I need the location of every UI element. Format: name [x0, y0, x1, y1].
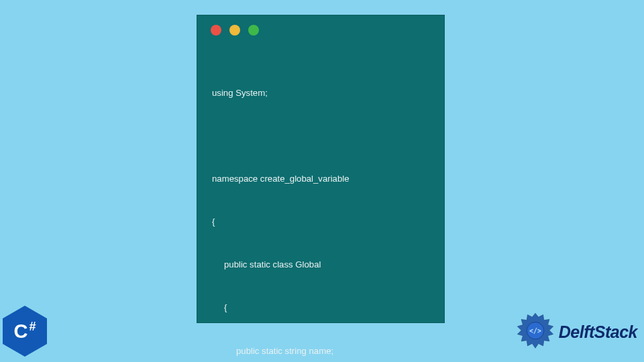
code-line: public static class Global — [212, 257, 429, 272]
code-area: using System; namespace create_global_va… — [197, 45, 444, 362]
csharp-label: C# — [14, 320, 36, 343]
close-icon[interactable] — [211, 25, 221, 36]
maximize-icon[interactable] — [248, 25, 259, 36]
delftstack-brand: </> DelftStack — [516, 312, 637, 351]
csharp-logo: C# — [1, 306, 48, 358]
minimize-icon[interactable] — [229, 25, 240, 36]
code-line: using System; — [212, 86, 429, 100]
delftstack-label: DelftStack — [559, 322, 637, 342]
code-line — [212, 129, 429, 143]
code-line: { — [212, 300, 429, 314]
csharp-hexagon-icon: C# — [3, 306, 47, 357]
code-line: public static string name; — [212, 344, 429, 358]
code-line: { — [212, 215, 429, 229]
window-titlebar — [197, 15, 444, 45]
code-line: namespace create_global_variable — [212, 172, 429, 186]
delftstack-gear-icon: </> — [516, 312, 555, 351]
svg-text:</>: </> — [529, 327, 541, 335]
code-window: using System; namespace create_global_va… — [197, 15, 445, 323]
